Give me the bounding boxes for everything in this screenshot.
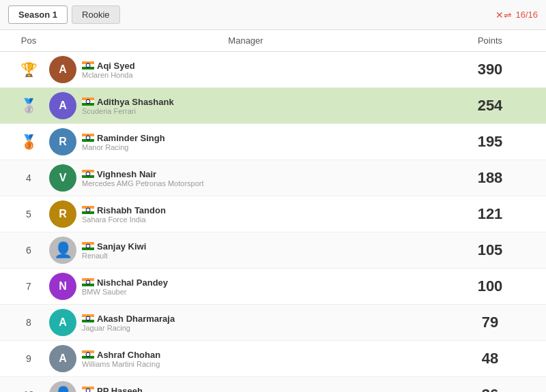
avatar-letter: A (59, 316, 67, 329)
table-row: 🥈AAdithya ShashankScuderia Ferrari254 (0, 88, 546, 124)
flag-name-team: Vighnesh NairMercedes AMG Petronas Motor… (82, 169, 204, 187)
manager-cell: AAdithya ShashankScuderia Ferrari (49, 92, 442, 119)
trophy-silver-icon: 🥈 (20, 97, 38, 114)
manager-cell: NNishchal PandeyBMW Sauber (49, 273, 442, 300)
points-cell: 121 (442, 205, 538, 223)
flag-name-team: Aqi SyedMclaren Honda (82, 61, 135, 79)
flag-name-team: PP HaseehLotus (82, 386, 143, 393)
avatar-letter: V (59, 172, 67, 184)
flag-name-row: Sanjay Kiwi (82, 241, 146, 252)
india-flag-icon (82, 387, 94, 392)
manager-cell: RRishabh TandonSahara Force India (49, 200, 442, 228)
manager-name: Raminder Singh (97, 133, 165, 143)
manager-name: Aqi Syed (97, 61, 135, 71)
manager-name: Vighnesh Nair (97, 169, 156, 179)
flag-name-team: Rishabh TandonSahara Force India (82, 205, 166, 224)
col-manager: Manager (49, 35, 442, 46)
table-row: 6👤Sanjay KiwiRenault105 (0, 232, 546, 269)
shuffle-icon: ✕⇌ (495, 10, 512, 20)
pos-cell: 7 (8, 281, 49, 292)
avatar: V (49, 164, 76, 192)
manager-name: Adithya Shashank (97, 97, 174, 107)
team-name: Manor Racing (82, 143, 165, 151)
table-row: 7NNishchal PandeyBMW Sauber100 (0, 269, 546, 305)
points-cell: 195 (442, 133, 538, 151)
india-flag-icon (82, 170, 94, 178)
flag-name-row: Nishchal Pandey (82, 277, 168, 288)
manager-cell: AAkash DharmarajaJaguar Racing (49, 309, 442, 336)
trophy-bronze-icon: 🥉 (20, 134, 38, 150)
manager-cell: 👤Sanjay KiwiRenault (49, 237, 442, 264)
pos-cell: 6 (8, 245, 49, 256)
leaderboard: 🏆AAqi SyedMclaren Honda390🥈AAdithya Shas… (0, 52, 546, 392)
team-name: Mercedes AMG Petronas Motorsport (82, 179, 204, 187)
avatar-letter: A (59, 63, 67, 76)
manager-name: Rishabh Tandon (97, 205, 166, 215)
avatar: N (49, 273, 76, 300)
flag-name-team: Sanjay KiwiRenault (82, 241, 146, 260)
pos-cell: 🏆 (8, 61, 49, 78)
points-cell: 254 (442, 97, 538, 115)
team-name: BMW Sauber (82, 288, 168, 296)
manager-cell: 👤PP HaseehLotus (49, 381, 442, 392)
pos-cell: 4 (8, 172, 49, 183)
table-row: 10👤PP HaseehLotus36 (0, 377, 546, 392)
avatar: R (49, 200, 76, 228)
india-flag-icon (82, 61, 94, 70)
points-cell: 188 (442, 169, 538, 187)
avatar: 👤 (49, 381, 76, 392)
flag-name-row: Vighnesh Nair (82, 169, 204, 179)
manager-cell: VVighnesh NairMercedes AMG Petronas Moto… (49, 164, 442, 192)
table-row: 🏆AAqi SyedMclaren Honda390 (0, 52, 546, 88)
flag-name-row: Adithya Shashank (82, 97, 174, 107)
manager-name: Ashraf Chohan (97, 350, 160, 360)
pos-cell: 🥈 (8, 97, 49, 114)
avatar: R (49, 128, 76, 155)
avatar: A (49, 92, 76, 119)
person-icon: 👤 (54, 241, 72, 259)
pos-cell: 5 (8, 209, 49, 220)
col-points: Points (442, 35, 538, 46)
avatar-letter: R (59, 208, 67, 220)
flag-name-row: Akash Dharmaraja (82, 314, 175, 324)
table-header: Pos Manager Points (0, 30, 546, 52)
pos-cell: 🥉 (8, 134, 49, 150)
flag-name-team: Adithya ShashankScuderia Ferrari (82, 97, 174, 115)
team-name: Williams Martini Racing (82, 360, 160, 368)
points-cell: 390 (442, 61, 538, 78)
table-row: 5RRishabh TandonSahara Force India121 (0, 196, 546, 232)
manager-name: Nishchal Pandey (97, 277, 168, 288)
table-row: 9AAshraf ChohanWilliams Martini Racing48 (0, 341, 546, 377)
avatar: A (49, 56, 76, 83)
team-name: Scuderia Ferrari (82, 107, 174, 115)
points-cell: 79 (442, 314, 538, 331)
avatar-letter: A (59, 352, 67, 365)
manager-name: Akash Dharmaraja (97, 314, 175, 324)
points-cell: 100 (442, 277, 538, 295)
shuffle-info: ✕⇌ 16/16 (495, 10, 538, 20)
manager-cell: RRaminder SinghManor Racing (49, 128, 442, 155)
india-flag-icon (82, 242, 94, 250)
flag-name-row: PP Haseeh (82, 386, 143, 393)
avatar-letter: A (59, 100, 67, 112)
table-row: 🥉RRaminder SinghManor Racing195 (0, 124, 546, 160)
points-cell: 105 (442, 241, 538, 259)
manager-cell: AAqi SyedMclaren Honda (49, 56, 442, 83)
tab-rookie[interactable]: Rookie (72, 5, 119, 24)
avatar-letter: N (59, 280, 67, 292)
top-bar: Season 1Rookie ✕⇌ 16/16 (0, 0, 546, 30)
manager-cell: AAshraf ChohanWilliams Martini Racing (49, 345, 442, 372)
pos-cell: 9 (8, 353, 49, 364)
flag-name-row: Rishabh Tandon (82, 205, 166, 215)
pos-cell: 8 (8, 317, 49, 328)
avatar: A (49, 345, 76, 372)
tab-season-1[interactable]: Season 1 (8, 5, 68, 24)
india-flag-icon (82, 278, 94, 286)
flag-name-team: Ashraf ChohanWilliams Martini Racing (82, 350, 160, 368)
team-name: Jaguar Racing (82, 324, 175, 332)
table-row: 8AAkash DharmarajaJaguar Racing79 (0, 305, 546, 341)
avatar: 👤 (49, 237, 76, 264)
team-name: Renault (82, 252, 146, 260)
col-pos: Pos (8, 35, 49, 46)
points-cell: 48 (442, 350, 538, 367)
